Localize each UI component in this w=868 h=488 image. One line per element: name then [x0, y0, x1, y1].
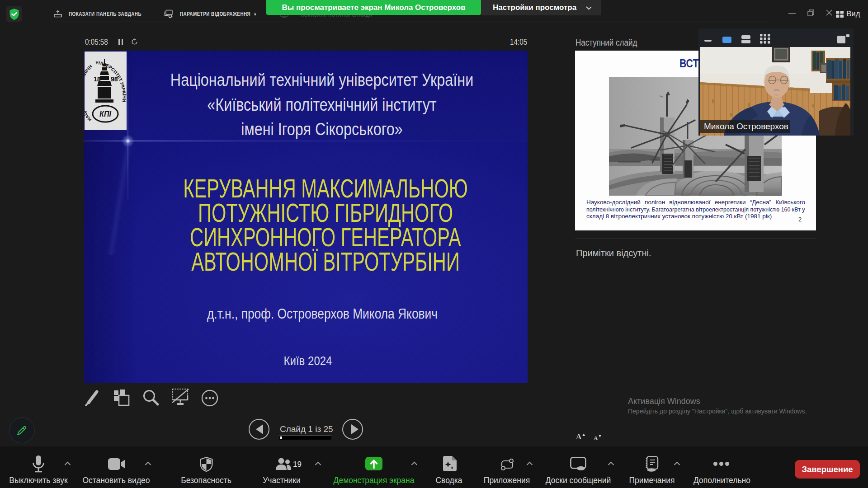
svg-text:КПІ: КПІ: [99, 110, 111, 118]
svg-text:НАЦІОНАЛЬНИЙ ТЕХНІЧНИЙ: НАЦІОНАЛЬНИЙ ТЕХНІЧНИЙ: [85, 52, 93, 122]
svg-text:98: 98: [111, 75, 118, 83]
